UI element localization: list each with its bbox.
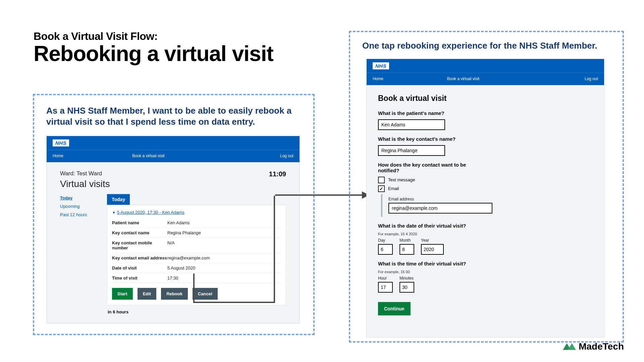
flow-arrow-segment [274, 196, 275, 303]
row-label-contact-mobile: Key contact mobile number [112, 240, 167, 250]
visit-card: ▼5 August 2020, 17:30 - Ken Adams Patien… [107, 205, 286, 305]
checkbox-label-text: Text message [388, 177, 415, 182]
flow-arrow-segment [195, 302, 275, 303]
label-minutes: Minutes [399, 276, 414, 281]
visit-summary-link[interactable]: 5 August 2020, 17:30 - Ken Adams [117, 210, 184, 215]
madetech-wordmark: MadeTech [579, 341, 624, 352]
month-input[interactable] [399, 244, 414, 255]
time-hint: For example, 15 00 [378, 270, 593, 274]
row-label-contact-name: Key contact name [112, 230, 167, 235]
row-label-time: Time of visit [112, 276, 167, 281]
question-patient-name: What is the patient's name? [378, 110, 593, 116]
day-input[interactable] [378, 244, 393, 255]
continue-button[interactable]: Continue [378, 302, 411, 315]
panel-rebook-form: One tap rebooking experience for the NHS… [349, 31, 624, 343]
caret-down-icon[interactable]: ▼ [112, 210, 116, 215]
screenshot-booking-form: NHS Home Book a virtual visit Log out Bo… [366, 59, 604, 338]
row-label-patient: Patient name [112, 220, 167, 225]
ward-label: Ward: Test Ward [60, 170, 102, 178]
edit-button[interactable]: Edit [138, 288, 157, 300]
rebook-button[interactable]: Rebook [161, 288, 188, 300]
visit-countdown: in 6 hours [107, 305, 286, 316]
label-hour: Hour [378, 276, 393, 281]
year-input[interactable] [421, 244, 444, 255]
row-value-time: 17:30 [167, 276, 178, 281]
panel-user-story: As a NHS Staff Member, I want to be able… [33, 94, 315, 335]
row-value-contact-name: Regina Phalange [167, 230, 201, 235]
contact-name-input[interactable] [378, 145, 445, 156]
email-input[interactable] [388, 203, 492, 214]
user-story-text: As a NHS Staff Member, I want to be able… [46, 105, 303, 127]
row-value-contact-mobile: N/A [167, 240, 175, 250]
form-heading: Book a virtual visit [378, 94, 593, 103]
email-field-label: Email address [388, 197, 593, 201]
checkbox-label-email: Email [388, 186, 399, 191]
question-notify-method: How does the key contact want to be noti… [378, 162, 485, 173]
nav-book-visit[interactable]: Book a virtual visit [132, 154, 238, 158]
checkbox-text-message[interactable] [378, 177, 385, 183]
nav-logout[interactable]: Log out [546, 76, 598, 81]
nav-home[interactable]: Home [53, 154, 132, 158]
row-label-contact-email: Key contact email address [112, 255, 167, 260]
question-visit-date: What is the date of their virtual visit? [378, 223, 593, 229]
madetech-logo: MadeTech [563, 341, 624, 352]
section-heading-today: Today [107, 194, 130, 205]
flow-arrow-segment [193, 274, 195, 303]
filter-past[interactable]: Past 12 hours [60, 212, 107, 217]
patient-name-input[interactable] [378, 119, 445, 130]
label-year: Year [421, 238, 444, 243]
row-value-patient: Ken Adams [167, 220, 190, 225]
hour-input[interactable] [378, 282, 393, 293]
row-value-contact-email: regina@example.com [167, 255, 210, 260]
nav-book-visit[interactable]: Book a virtual visit [447, 76, 546, 81]
filter-upcoming[interactable]: Upcoming [60, 204, 107, 209]
date-hint: For example, 16 4 2020 [378, 232, 593, 236]
clock-time: 11:09 [269, 170, 286, 178]
rebook-caption: One tap rebooking experience for the NHS… [362, 40, 612, 51]
madetech-mark-icon [563, 343, 576, 350]
nav-logout[interactable]: Log out [238, 154, 293, 158]
nav-home[interactable]: Home [373, 76, 447, 81]
nhs-logo: NHS [373, 62, 389, 69]
start-button[interactable]: Start [112, 288, 133, 300]
minutes-input[interactable] [399, 282, 414, 293]
filter-today[interactable]: Today [60, 195, 107, 200]
row-value-date: 5 August 2020 [167, 265, 195, 270]
question-contact-name: What is the key contact's name? [378, 136, 593, 142]
screenshot-visits-list: NHS Home Book a virtual visit Log out Wa… [46, 136, 300, 323]
row-label-date: Date of visit [112, 265, 167, 270]
nhs-logo: NHS [53, 139, 69, 146]
cancel-button[interactable]: Cancel [193, 288, 218, 300]
label-month: Month [399, 238, 414, 243]
filter-sidebar: Today Upcoming Past 12 hours [60, 194, 107, 316]
label-day: Day [378, 238, 393, 243]
question-visit-time: What is the time of their virtual visit? [378, 261, 593, 266]
page-heading: Virtual visits [47, 178, 300, 194]
checkbox-email[interactable] [378, 185, 385, 192]
